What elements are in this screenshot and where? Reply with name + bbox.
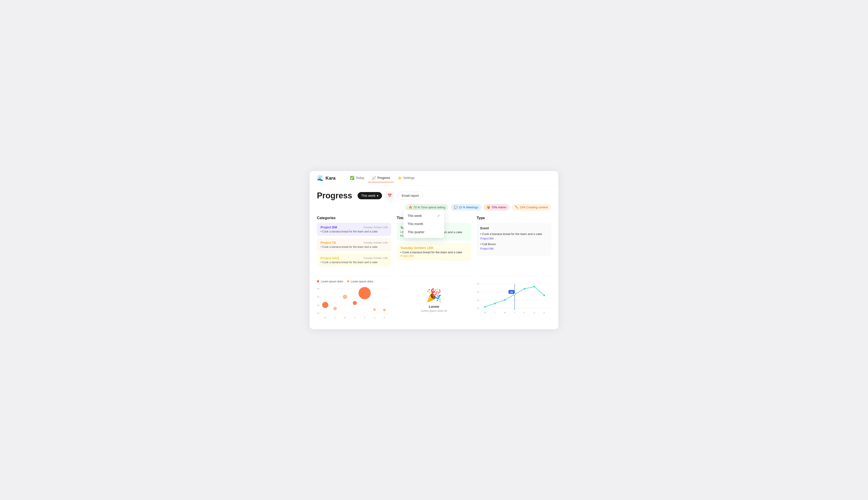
party-icon: 🎉 [426, 288, 442, 303]
svg-point-39 [494, 303, 496, 304]
svg-point-17 [343, 295, 347, 299]
badge-content: ✏️ 23% Creating content [512, 204, 551, 211]
svg-point-19 [359, 287, 371, 299]
badge-content-text: 23% Creating content [520, 206, 548, 209]
svg-text:10: 10 [317, 312, 319, 314]
logo: 🌊 Kara [317, 175, 336, 181]
event-project-0: Project BM [480, 237, 548, 240]
project-date-naq: Tuesday October 13th [363, 257, 388, 259]
svg-text:T: T [514, 311, 515, 314]
empty-desc: Lorem ipsum dolor sit [421, 309, 447, 312]
logo-icon: 🌊 [317, 175, 324, 181]
svg-text:W: W [344, 316, 346, 319]
svg-text:S: S [384, 316, 385, 319]
svg-text:20: 20 [477, 299, 479, 301]
line-chart-area: 40 30 20 10 M T W T F [477, 280, 551, 316]
time-card-yellow-day: Tuesday [400, 246, 414, 250]
header-row: Progress This week ▾ 📅 Email report 🔥 70… [317, 191, 551, 211]
project-name-bm: Project BM [320, 226, 337, 229]
project-name-naq: Project NAQ [320, 256, 339, 260]
event-item-0: • Cook a banana bread for the team and a… [480, 232, 548, 236]
calendar-button[interactable]: 📅 [386, 192, 394, 200]
dropdown-label-this-quarter: This quarter [408, 230, 425, 234]
empty-state: 🎉 Lorem Lorem ipsum dolor sit [397, 280, 471, 321]
dropdown-label-this-month: This month [408, 222, 423, 226]
svg-point-42 [523, 288, 525, 289]
time-card-yellow-desc: • Cook a banana bread for the team and a… [400, 251, 467, 254]
dizzy-icon: 😵 [487, 206, 490, 209]
time-card-yellow: Tuesday Octobre 13th • Cook a banana bre… [397, 243, 471, 261]
project-card-naq: Project NAQ Tuesday October 13th • Cook … [317, 253, 391, 266]
legend-dot-2 [347, 280, 349, 282]
bubble-chart-section: Lorem ipsum dolor Lorem ipsum dolor 40 3… [317, 276, 391, 321]
badge-selling-text: 70 % Time spend selling [414, 206, 445, 209]
bottom-charts: Lorem ipsum dolor Lorem ipsum dolor 40 3… [317, 276, 551, 321]
svg-text:T: T [334, 316, 336, 319]
project-card-ta: Project TA Tuesday October 13th • Cook a… [317, 238, 391, 251]
badge-admin-text: 70% Admin [492, 206, 506, 209]
svg-text:S: S [374, 316, 375, 319]
svg-text:W: W [504, 311, 506, 314]
time-card-yellow-header: Tuesday Octobre 13th [400, 246, 467, 250]
email-report-button[interactable]: Email report [397, 192, 423, 200]
pencil-icon: ✏️ [515, 206, 519, 209]
chat-icon: 💬 [454, 206, 458, 209]
svg-text:40: 40 [317, 287, 319, 289]
svg-point-16 [334, 307, 337, 310]
svg-text:T: T [354, 316, 356, 319]
logo-text: Kara [326, 175, 336, 181]
legend-item-2: Lorem ipsum dolor [347, 280, 373, 283]
navbar: 🌊 Kara ✅ Today 📈 Progress ⭐ Settings [310, 171, 558, 185]
svg-point-38 [484, 306, 486, 307]
check-icon: ✓ [437, 214, 440, 218]
dropdown-item-this-quarter[interactable]: This quarter [404, 228, 444, 236]
time-card-yellow-project: Project BM [400, 254, 467, 258]
type-content: Event • Cook a banana bread for the team… [477, 223, 551, 256]
svg-text:M: M [324, 316, 326, 319]
app-window: 🌊 Kara ✅ Today 📈 Progress ⭐ Settings Pro… [310, 171, 558, 329]
legend-item-1: Lorem ipsum dolor [317, 280, 343, 283]
nav-item-progress[interactable]: 📈 Progress [368, 174, 394, 182]
bubble-chart-area: 40 30 20 10 M T W T F [317, 285, 391, 321]
nav-label-settings: Settings [403, 176, 415, 180]
nav-item-settings[interactable]: ⭐ Settings [394, 174, 418, 182]
main-content: Progress This week ▾ 📅 Email report 🔥 70… [310, 185, 558, 327]
event-title: Event [480, 226, 548, 230]
project-name-ta: Project TA [320, 241, 336, 245]
project-date-ta: Tuesday October 13th [363, 241, 388, 244]
nav-label-progress: Progress [377, 176, 390, 180]
event-item-1: • Call Bruno [480, 242, 548, 246]
svg-text:28: 28 [510, 291, 513, 293]
page-title: Progress [317, 191, 352, 201]
svg-point-20 [373, 308, 376, 311]
today-icon: ✅ [350, 176, 354, 180]
categories-section: Categories Project BM Tuesday October 13… [317, 216, 391, 269]
svg-text:30: 30 [477, 290, 479, 293]
legend-dot-1 [317, 280, 319, 282]
week-filter-button[interactable]: This week ▾ [358, 192, 382, 199]
nav-items: ✅ Today 📈 Progress ⭐ Settings [346, 174, 418, 182]
dropdown-item-this-month[interactable]: This month [404, 220, 444, 228]
settings-icon: ⭐ [397, 176, 402, 180]
empty-title: Lorem [429, 305, 439, 308]
svg-text:T: T [494, 311, 495, 314]
progress-icon: 📈 [372, 176, 376, 180]
badge-meetings-text: 23 % Meetings [459, 206, 478, 209]
type-title: Type [477, 216, 551, 220]
svg-point-21 [383, 309, 386, 311]
svg-point-15 [322, 302, 328, 308]
project-card-bm: Project BM Tuesday October 13th • Cook a… [317, 223, 391, 236]
svg-point-44 [543, 294, 545, 296]
line-chart-svg: 40 30 20 10 M T W T F [477, 280, 551, 316]
nav-item-today[interactable]: ✅ Today [346, 174, 368, 182]
dropdown-item-this-week[interactable]: This week ✓ [404, 212, 444, 220]
bubble-chart-legend: Lorem ipsum dolor Lorem ipsum dolor [317, 280, 391, 283]
chevron-down-icon: ▾ [377, 194, 379, 197]
svg-text:40: 40 [477, 282, 479, 285]
svg-text:S: S [533, 311, 535, 314]
week-btn-label: This week [361, 194, 375, 197]
dropdown-menu: This week ✓ This month This quarter [404, 210, 444, 238]
bubble-chart-svg: 40 30 20 10 M T W T F [317, 285, 391, 321]
dropdown-label-this-week: This week [408, 214, 422, 218]
nav-label-today: Today [356, 176, 364, 180]
